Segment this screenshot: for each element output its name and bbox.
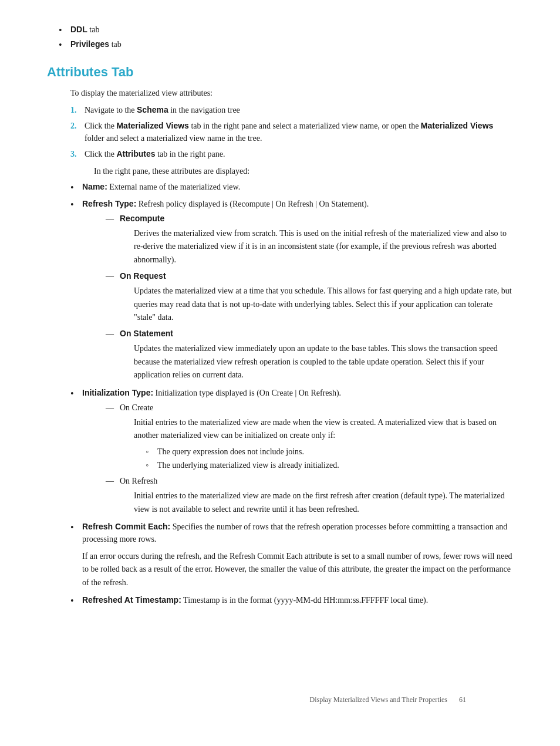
refresh-on-statement: On Statement Updates the materialized vi… [106,328,513,382]
step-1-num: 1. [70,104,77,116]
circle-item-1: The query expression does not include jo… [146,445,513,458]
refresh-commit-extra: If an error occurs during the refresh, a… [82,550,513,589]
ddl-rest: tab [89,25,99,34]
step-1-text: Navigate to the Schema in the navigation… [85,106,240,114]
section-intro: To display the materialized view attribu… [70,87,513,99]
on-statement-desc: Updates the materialized view immediatel… [134,342,513,382]
refresh-recompute: Recompute Derives the materialized view … [106,212,513,266]
privileges-rest: tab [112,40,122,49]
circle-item-2: The underlying materialized view is alre… [146,459,513,471]
attr-refreshed-timestamp: Refreshed At Timestamp: Timestamp is in … [82,594,513,606]
step-1: 1. Navigate to the Schema in the navigat… [70,104,513,116]
page-body: DDL tab Privileges tab Attributes Tab To… [47,23,513,728]
step-2-text: Click the Materialized Views tab in the … [85,121,493,143]
footer-text: Display Materialized Views and Their Pro… [310,696,447,704]
step-2: 2. Click the Materialized Views tab in t… [70,120,513,144]
on-create-circle-list: The query expression does not include jo… [134,445,513,471]
steps-list: 1. Navigate to the Schema in the navigat… [47,104,513,160]
top-bullet-list: DDL tab Privileges tab [47,23,513,50]
footer-page: 61 [459,696,466,704]
step-3-num: 3. [70,148,77,160]
privileges-bold: Privileges [70,39,109,49]
recompute-desc: Derives the materialized view from scrat… [134,227,513,266]
step-2-num: 2. [70,120,77,132]
step-3-text: Click the Attributes tab in the right pa… [85,150,225,158]
init-type-sub: On Create Initial entries to the materia… [82,401,513,517]
attr-init-type: Initialization Type: Initialization type… [82,387,513,517]
attr-name: Name: External name of the materialized … [82,181,513,193]
attr-refresh-commit-each: Refresh Commit Each: Specifies the numbe… [82,521,513,589]
on-refresh-desc: Initial entries to the materialized view… [134,490,513,516]
bullet-ddl: DDL tab [70,23,513,36]
on-request-desc: Updates the materialized view at a time … [134,285,513,324]
ddl-bold: DDL [70,25,87,34]
attr-refresh-type: Refresh Type: Refresh policy displayed i… [82,198,513,382]
step-3: 3. Click the Attributes tab in the right… [70,148,513,160]
init-on-create: On Create Initial entries to the materia… [106,401,513,472]
page-footer: Display Materialized Views and Their Pro… [310,696,466,704]
init-on-refresh: On Refresh Initial entries to the materi… [106,475,513,516]
refresh-type-sub: Recompute Derives the materialized view … [82,212,513,382]
refresh-on-request: On Request Updates the materialized view… [106,270,513,324]
on-create-desc: Initial entries to the materialized view… [134,416,513,472]
bullet-privileges: Privileges tab [70,38,513,50]
section-heading: Attributes Tab [47,65,513,80]
attributes-list: Name: External name of the materialized … [47,181,513,606]
sub-intro: In the right pane, these attributes are … [94,165,513,177]
